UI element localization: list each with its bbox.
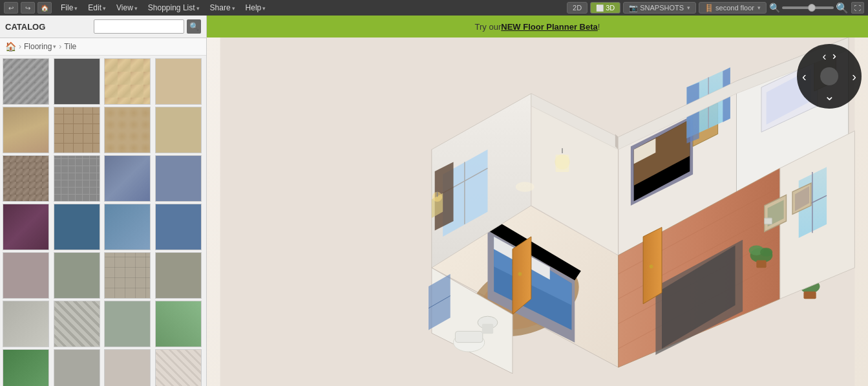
zoom-out-icon[interactable]: 🔍 [769, 3, 780, 13]
tile-grid [0, 56, 206, 386]
tile-item[interactable] [104, 204, 151, 250]
tile-item[interactable] [54, 204, 100, 250]
search-input[interactable] [94, 19, 184, 34]
tile-item[interactable] [155, 107, 202, 153]
promo-banner: Try our NEW Floor Planner Beta ! [207, 16, 868, 38]
tile-item[interactable] [104, 252, 151, 299]
logo-area: ↩ ↪ 🏠 [0, 2, 56, 14]
promo-exclaim: ! [598, 22, 600, 32]
redo-button[interactable]: ↪ [21, 2, 35, 14]
tile-item[interactable] [54, 155, 100, 202]
breadcrumb: 🏠 › Flooring ▾ › Tile [0, 38, 206, 56]
tile-item[interactable] [54, 107, 100, 153]
promo-link[interactable]: NEW Floor Planner Beta [501, 22, 598, 32]
search-area: 🔍 [94, 19, 201, 34]
zoom-slider[interactable] [782, 6, 834, 9]
menu-bar: ↩ ↪ 🏠 File▾ Edit▾ View▾ Shopping List▾ S… [0, 0, 868, 16]
tile-item[interactable] [3, 204, 49, 250]
3d-view[interactable]: ‹⌃ ⌄ ‹ › [207, 38, 868, 386]
svg-rect-62 [803, 292, 816, 299]
tile-item[interactable] [104, 155, 151, 202]
tile-item[interactable] [3, 252, 49, 299]
snapshots-button[interactable]: 📷SNAPSHOTS▾ [623, 2, 696, 14]
svg-point-56 [760, 248, 772, 256]
nav-center [820, 67, 838, 85]
tile-item[interactable] [155, 301, 202, 347]
fullscreen-button[interactable]: ⛶ [851, 2, 864, 14]
undo-button[interactable]: ↩ [4, 2, 18, 14]
sidebar: CATALOG 🔍 🏠 › Flooring ▾ › Tile [0, 16, 207, 386]
svg-rect-26 [482, 324, 493, 334]
menu-shopping-list[interactable]: Shopping List▾ [143, 0, 205, 16]
svg-rect-71 [765, 218, 772, 224]
floorplan-view[interactable] [207, 38, 868, 386]
tile-item[interactable] [155, 155, 202, 202]
tile-item[interactable] [3, 349, 49, 386]
nav-right-button[interactable]: › [852, 69, 856, 84]
home-icon[interactable]: 🏠 [5, 41, 16, 52]
catalog-title: CATALOG [5, 22, 45, 32]
app-icon: 🏠 [37, 2, 52, 14]
floor-selector[interactable]: 🪜second floor▾ [699, 2, 767, 14]
tile-item[interactable] [54, 301, 100, 347]
menu-file[interactable]: File▾ [56, 0, 83, 16]
tile-item[interactable] [54, 252, 100, 299]
svg-point-53 [650, 264, 653, 268]
tile-item[interactable] [155, 349, 202, 386]
svg-rect-57 [756, 261, 766, 268]
tile-item[interactable] [155, 204, 202, 250]
menu-edit[interactable]: Edit▾ [83, 0, 111, 16]
tile-item[interactable] [104, 349, 151, 386]
nav-up-button[interactable]: ‹⌃ [823, 49, 836, 63]
tile-item[interactable] [3, 301, 49, 347]
nav-circle: ‹⌃ ⌄ ‹ › [797, 44, 862, 109]
menu-view[interactable]: View▾ [111, 0, 143, 16]
menu-share[interactable]: Share▾ [205, 0, 240, 16]
breadcrumb-tile[interactable]: Tile [64, 42, 76, 51]
tile-item[interactable] [3, 107, 49, 153]
zoom-in-icon[interactable]: 🔍 [836, 2, 849, 14]
tile-item[interactable] [54, 349, 100, 386]
tile-item[interactable] [104, 107, 151, 153]
tile-item[interactable] [3, 155, 49, 202]
navigation-overlay: ‹⌃ ⌄ ‹ › [797, 44, 862, 109]
svg-rect-20 [555, 155, 569, 172]
nav-left-button[interactable]: ‹ [802, 69, 807, 84]
svg-point-16 [518, 272, 522, 276]
tile-item[interactable] [54, 58, 100, 105]
main-area: CATALOG 🔍 🏠 › Flooring ▾ › Tile [0, 16, 868, 386]
view-2d-button[interactable]: 2D [567, 2, 587, 14]
svg-point-74 [516, 182, 535, 191]
catalog-header: CATALOG 🔍 [0, 16, 206, 38]
zoom-area: 🔍 🔍 [769, 2, 849, 14]
tile-item[interactable] [155, 252, 202, 299]
tile-item[interactable] [155, 58, 202, 105]
view-3d-button[interactable]: ⬜3D [590, 2, 620, 14]
tile-item[interactable] [104, 58, 151, 105]
tile-item[interactable] [104, 301, 151, 347]
menu-help[interactable]: Help▾ [240, 0, 271, 16]
tile-item[interactable] [3, 58, 49, 105]
zoom-thumb[interactable] [808, 4, 816, 12]
search-button[interactable]: 🔍 [187, 19, 201, 34]
promo-text: Try our [475, 22, 502, 32]
breadcrumb-flooring[interactable]: Flooring ▾ [24, 42, 56, 51]
nav-down-button[interactable]: ⌄ [824, 88, 835, 103]
svg-rect-24 [455, 331, 482, 342]
content-area: Try our NEW Floor Planner Beta ! ‹⌃ ⌄ ‹ … [207, 16, 868, 386]
view-controls: 2D ⬜3D 📷SNAPSHOTS▾ 🪜second floor▾ 🔍 🔍 ⛶ [563, 2, 868, 14]
